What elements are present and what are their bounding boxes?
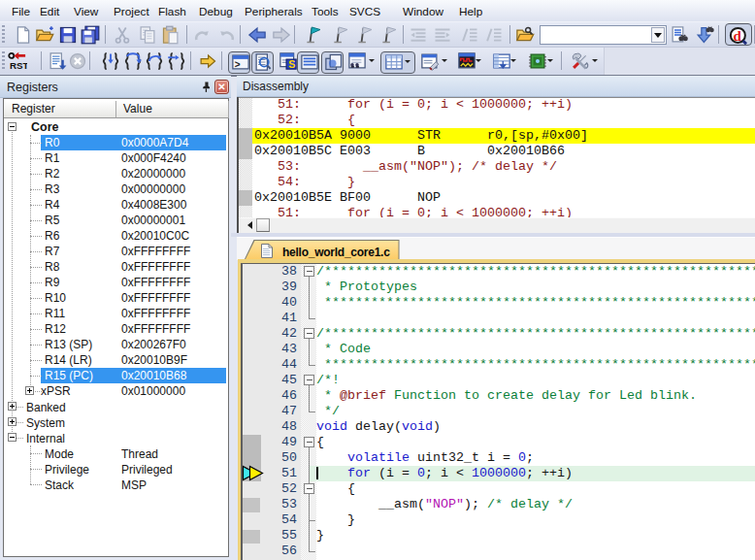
svg-text:S: S [288, 58, 295, 70]
svg-text:>: > [235, 59, 241, 70]
svg-text:RST: RST [10, 60, 27, 71]
svg-text:d: d [734, 28, 742, 44]
